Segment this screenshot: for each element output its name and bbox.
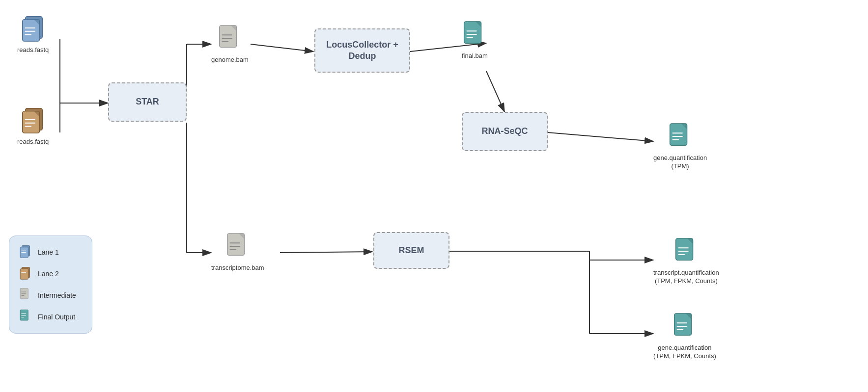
svg-rect-36 bbox=[670, 124, 687, 146]
star-label: STAR bbox=[136, 96, 159, 107]
final-bam-label: final.bam bbox=[462, 52, 488, 60]
svg-rect-28 bbox=[220, 26, 237, 48]
arrows-svg bbox=[0, 0, 868, 392]
genome-bam-label: genome.bam bbox=[211, 56, 249, 64]
legend-intermediate: Intermediate bbox=[19, 287, 82, 304]
rna-seqc-process-box: RNA-SeQC bbox=[462, 112, 548, 151]
final-bam-icon: final.bam bbox=[462, 20, 488, 60]
svg-rect-44 bbox=[676, 238, 693, 261]
reads-fastq-2-label: reads.fastq bbox=[17, 138, 49, 146]
legend-lane2-label: Lane 2 bbox=[38, 270, 59, 278]
locus-collector-label: LocusCollector + Dedup bbox=[326, 39, 398, 62]
transcriptome-bam-icon: transcriptome.bam bbox=[211, 232, 264, 272]
reads-fastq-2-icon: reads.fastq bbox=[17, 105, 49, 146]
rsem-label: RSEM bbox=[398, 245, 424, 256]
genome-bam-icon: genome.bam bbox=[211, 24, 249, 64]
star-process-box: STAR bbox=[108, 82, 187, 122]
svg-line-8 bbox=[486, 71, 504, 112]
rsem-process-box: RSEM bbox=[373, 232, 449, 269]
transcriptome-bam-label: transcriptome.bam bbox=[211, 264, 264, 272]
transcript-quant-icon: transcript.quantification (TPM, FPKM, Co… bbox=[653, 236, 719, 286]
gene-quant-tpm-icon: gene.quantification (TPM) bbox=[653, 122, 707, 171]
legend-final-output-label: Final Output bbox=[38, 313, 75, 321]
legend-lane1: Lane 1 bbox=[19, 244, 82, 261]
svg-rect-24 bbox=[23, 111, 40, 133]
svg-rect-40 bbox=[227, 234, 245, 256]
legend-lane1-label: Lane 1 bbox=[38, 248, 59, 256]
svg-rect-32 bbox=[464, 22, 481, 44]
legend-intermediate-label: Intermediate bbox=[38, 291, 76, 299]
gene-quant-tpm-label: gene.quantification (TPM) bbox=[653, 154, 707, 171]
svg-line-9 bbox=[548, 132, 653, 141]
gene-quant-rsem-icon: gene.quantification (TPM, FPKM, Counts) bbox=[653, 312, 716, 361]
legend-lane2: Lane 2 bbox=[19, 265, 82, 282]
legend-final-output: Final Output bbox=[19, 309, 82, 325]
svg-line-6 bbox=[251, 44, 313, 52]
locus-collector-process-box: LocusCollector + Dedup bbox=[314, 28, 410, 73]
svg-rect-19 bbox=[23, 20, 40, 42]
rna-seqc-label: RNA-SeQC bbox=[481, 126, 528, 137]
reads-fastq-1-icon: reads.fastq bbox=[17, 14, 49, 54]
svg-line-12 bbox=[280, 252, 372, 253]
transcript-quant-label: transcript.quantification (TPM, FPKM, Co… bbox=[653, 269, 719, 286]
gene-quant-rsem-label: gene.quantification (TPM, FPKM, Counts) bbox=[653, 344, 716, 361]
diagram-container: reads.fastq reads.fastq STAR geno bbox=[0, 0, 868, 392]
svg-rect-48 bbox=[674, 314, 692, 336]
legend-box: Lane 1 Lane 2 Intermediate bbox=[9, 235, 92, 334]
reads-fastq-1-label: reads.fastq bbox=[17, 46, 49, 54]
